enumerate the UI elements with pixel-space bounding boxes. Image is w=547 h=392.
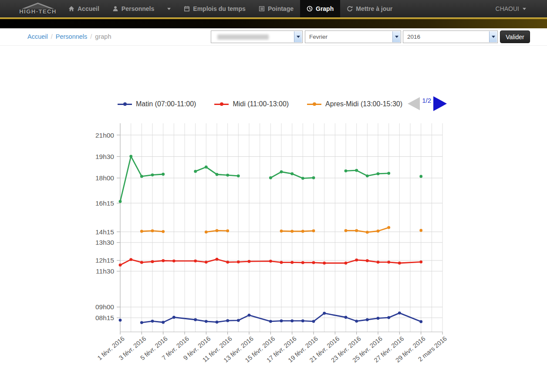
nav-item-graph[interactable]: Graph — [300, 0, 340, 17]
user-icon — [112, 6, 118, 12]
header-gradient-band — [0, 19, 547, 28]
caret-down-icon — [523, 8, 526, 10]
brand-logo[interactable]: HIGH-TECH — [14, 0, 62, 17]
nav-item-accueil[interactable]: Accueil — [62, 0, 106, 17]
employee-select[interactable] — [211, 30, 303, 43]
caret-down-icon — [167, 8, 171, 10]
select-arrow-button[interactable] — [489, 31, 497, 42]
valider-button[interactable]: Valider — [500, 30, 530, 43]
user-menu[interactable]: CHAOUI — [496, 0, 526, 17]
refresh-icon — [347, 6, 353, 12]
roof-icon — [22, 3, 54, 9]
nav-item-label: Mettre à jour — [356, 5, 392, 12]
chevron-down-icon — [297, 36, 300, 38]
breadcrumb-separator: / — [87, 33, 95, 40]
year-select-value: 2016 — [407, 34, 420, 40]
svg-text:21h00: 21h00 — [95, 132, 114, 139]
svg-text:09h00: 09h00 — [95, 303, 114, 311]
chevron-down-icon — [492, 36, 495, 38]
nav-item-personnels-dropdown-toggle[interactable] — [161, 0, 177, 17]
calendar-icon — [184, 6, 190, 12]
chart-plot-area: 21h0019h3018h0016h1514h1513h3012h1511h30… — [83, 92, 457, 389]
nav-item-pointage[interactable]: Pointage — [252, 0, 300, 17]
nav-item-label: Pointage — [268, 5, 294, 12]
nav-item-label: Graph — [316, 5, 334, 12]
svg-text:14h15: 14h15 — [95, 228, 114, 236]
select-arrow-button[interactable] — [392, 31, 400, 42]
svg-text:12h15: 12h15 — [95, 257, 114, 264]
svg-text:19h30: 19h30 — [95, 153, 114, 160]
breadcrumb: Accueil/Personnels/graph — [27, 33, 111, 40]
month-select-value: Fevrier — [309, 34, 328, 40]
year-select[interactable]: 2016 — [403, 30, 498, 43]
breadcrumb-link-accueil[interactable]: Accueil — [27, 33, 48, 40]
obscured-employee-name — [217, 34, 269, 40]
nav-item-label: Accueil — [78, 5, 99, 12]
list-icon — [259, 6, 265, 12]
nav-item-emplois-du-temps[interactable]: Emplois du temps — [177, 0, 252, 17]
nav-item-label: Emplois du temps — [193, 5, 246, 12]
brand-text: HIGH-TECH — [19, 8, 57, 15]
nav-item-label: Personnels — [122, 5, 154, 12]
breadcrumb-current: graph — [95, 33, 111, 40]
clock-icon — [307, 6, 313, 12]
home-icon — [68, 6, 74, 12]
user-menu-label: CHAOUI — [496, 5, 519, 12]
select-arrow-button[interactable] — [294, 31, 302, 42]
svg-text:08h15: 08h15 — [95, 314, 114, 321]
nav-item-mettre-a-jour[interactable]: Mettre à jour — [340, 0, 399, 17]
top-navbar: HIGH-TECH Accueil Personnels Emplois du … — [0, 0, 547, 17]
breadcrumb-separator: / — [48, 33, 56, 40]
svg-text:16h15: 16h15 — [95, 199, 114, 207]
breadcrumb-link-personnels[interactable]: Personnels — [56, 33, 88, 40]
subheader-bar: Accueil/Personnels/graph Fevrier 2016 Va… — [0, 28, 547, 46]
nav-item-personnels[interactable]: Personnels — [106, 0, 161, 17]
svg-text:18h00: 18h00 — [95, 174, 114, 182]
chevron-down-icon — [395, 36, 398, 38]
attendance-line-chart: Matin (07:00-11:00)Midi (11:00-13:00)Apr… — [83, 92, 457, 389]
month-select[interactable]: Fevrier — [305, 30, 401, 43]
svg-text:13h30: 13h30 — [95, 239, 114, 246]
svg-text:11h30: 11h30 — [96, 267, 114, 275]
